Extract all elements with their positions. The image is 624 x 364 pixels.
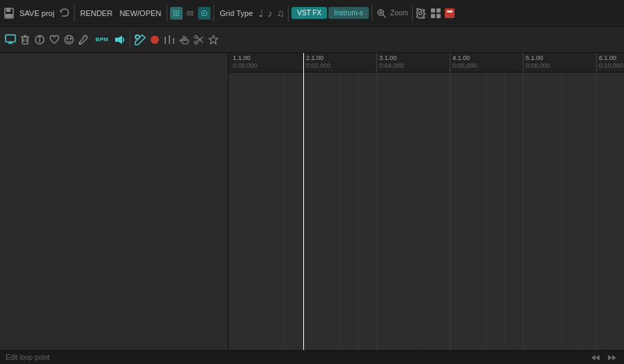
record-dot-icon[interactable] xyxy=(149,33,161,46)
grid-line xyxy=(487,73,487,350)
note-quarter-icon[interactable]: ♩ xyxy=(257,8,265,19)
svg-point-21 xyxy=(419,12,422,15)
svg-line-53 xyxy=(197,38,203,43)
record-icon[interactable] xyxy=(443,7,456,20)
grid-line xyxy=(284,73,285,350)
grid-snap-button[interactable] xyxy=(184,7,197,20)
monitor-icon[interactable] xyxy=(4,33,17,46)
loop-button[interactable] xyxy=(198,7,211,20)
save-button[interactable]: SAVE proj xyxy=(17,8,57,19)
instruments-button[interactable]: Instrum-s xyxy=(328,7,369,19)
svg-rect-2 xyxy=(6,14,13,17)
status-bar: Edit loop point xyxy=(0,350,624,364)
grid-line xyxy=(266,73,266,350)
grid-area[interactable] xyxy=(229,73,624,350)
sep1 xyxy=(74,5,75,22)
ruler-mark-4: 4.1.00 0:06,000 xyxy=(451,53,477,72)
svg-rect-12 xyxy=(188,11,190,15)
second-toolbar: BPM xyxy=(0,26,624,53)
ruler-mark-3: 3.1.00 0:04,000 xyxy=(378,53,404,72)
svg-point-3 xyxy=(174,10,175,11)
grid-line xyxy=(340,73,341,350)
svg-point-7 xyxy=(176,13,177,14)
svg-point-44 xyxy=(151,36,159,44)
grid-line xyxy=(450,73,450,350)
svg-marker-57 xyxy=(608,355,612,361)
svg-point-10 xyxy=(176,15,177,16)
vst-fx-button[interactable]: VST FX xyxy=(291,7,327,19)
new-open-button[interactable]: NEW/OPEN xyxy=(116,8,164,19)
speaker-icon[interactable] xyxy=(114,33,126,46)
svg-point-40 xyxy=(70,38,72,39)
rewind-icon[interactable] xyxy=(589,351,602,364)
note-sixteenth-icon[interactable]: ♫ xyxy=(275,8,286,19)
playhead[interactable] xyxy=(303,53,304,350)
grid-line xyxy=(432,73,432,350)
svg-rect-49 xyxy=(169,36,170,37)
svg-point-8 xyxy=(178,13,179,14)
timeline-area: 1.1.00 0:00,000 2.1.00 0:02,000 3.1.00 0… xyxy=(0,53,624,350)
sep3 xyxy=(213,5,214,22)
svg-rect-23 xyxy=(436,8,441,13)
svg-point-9 xyxy=(174,15,175,16)
ruler-mark-6: 6.1.00 0:10,000 xyxy=(598,53,623,72)
svg-point-5 xyxy=(178,10,179,11)
grid-line xyxy=(523,73,524,350)
svg-point-4 xyxy=(176,10,177,11)
hand-tool-icon[interactable] xyxy=(178,33,190,46)
app-grid-icon[interactable] xyxy=(429,7,442,20)
svg-point-41 xyxy=(79,43,81,44)
timeline-ruler[interactable]: 1.1.00 0:00,000 2.1.00 0:02,000 3.1.00 0… xyxy=(229,53,624,73)
heart-icon[interactable] xyxy=(48,33,61,46)
save-icon[interactable] xyxy=(3,7,15,20)
svg-rect-27 xyxy=(447,10,452,13)
svg-point-39 xyxy=(67,38,68,39)
grid-line xyxy=(560,73,561,350)
grid-type-label: Grid Type xyxy=(217,8,256,19)
multi-tool-icon[interactable] xyxy=(207,33,220,46)
svg-point-52 xyxy=(195,41,197,44)
grid-line xyxy=(413,73,414,350)
status-text: Edit loop point xyxy=(6,354,50,361)
svg-rect-42 xyxy=(115,38,119,42)
grid-line xyxy=(505,73,505,350)
wrench-icon[interactable] xyxy=(77,33,90,46)
fast-forward-icon[interactable] xyxy=(606,351,618,364)
grid-line xyxy=(358,73,359,350)
svg-point-6 xyxy=(174,13,175,14)
sep4 xyxy=(288,5,289,22)
arrangement-panel[interactable]: 1.1.00 0:00,000 2.1.00 0:02,000 3.1.00 0… xyxy=(229,53,624,350)
svg-rect-1 xyxy=(6,8,10,12)
delete-icon[interactable] xyxy=(19,33,31,46)
svg-line-18 xyxy=(383,15,386,17)
undo-icon[interactable] xyxy=(59,7,71,20)
svg-rect-28 xyxy=(6,35,15,42)
ruler-mark-2: 2.1.00 0:02,000 xyxy=(305,53,330,72)
track-list-panel xyxy=(0,53,229,350)
svg-rect-25 xyxy=(436,14,441,18)
settings-icon[interactable] xyxy=(416,7,428,20)
svg-rect-24 xyxy=(431,14,435,18)
scissors-tool-icon[interactable] xyxy=(192,33,205,46)
note-eighth-icon[interactable]: ♪ xyxy=(266,8,274,19)
svg-marker-56 xyxy=(595,355,600,361)
svg-marker-55 xyxy=(591,355,595,361)
render-button[interactable]: RENDER xyxy=(77,8,115,19)
svg-rect-22 xyxy=(431,8,435,13)
bpm-icon[interactable]: BPM xyxy=(92,33,112,46)
zoom-label: Zoom xyxy=(389,9,410,17)
grid-line xyxy=(578,73,579,350)
smiley-icon[interactable] xyxy=(63,33,75,46)
svg-point-37 xyxy=(39,36,40,38)
svg-point-51 xyxy=(195,36,197,38)
svg-line-54 xyxy=(197,37,203,42)
grid-line xyxy=(596,73,597,350)
svg-rect-48 xyxy=(165,37,166,38)
draw-tool-icon[interactable] xyxy=(134,33,146,46)
info-icon[interactable] xyxy=(33,33,46,46)
ruler-mark-1: 1.1.00 0:00,000 xyxy=(231,53,257,72)
mixer-icon[interactable] xyxy=(163,33,176,46)
grid-dots-button[interactable] xyxy=(170,7,183,20)
zoom-icon[interactable] xyxy=(375,7,388,20)
svg-rect-26 xyxy=(445,8,455,18)
